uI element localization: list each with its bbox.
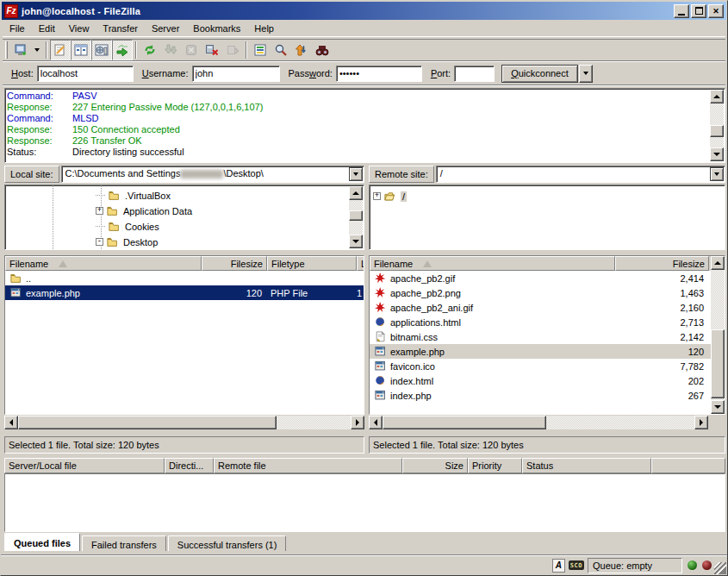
queue-column-remote-file[interactable]: Remote file <box>214 458 402 473</box>
password-input[interactable] <box>336 66 422 82</box>
menu-server[interactable]: Server <box>145 22 186 35</box>
find-files-button[interactable] <box>312 40 333 60</box>
scroll-thumb[interactable] <box>383 416 546 429</box>
column-header-filetype[interactable]: Filetype <box>267 256 357 271</box>
scroll-thumb[interactable] <box>349 210 363 221</box>
datatype-ascii-icon[interactable]: A <box>552 559 565 573</box>
column-header-l[interactable]: L <box>357 256 364 271</box>
file-row-bitnami-css[interactable]: bitnami.css2,142 <box>370 329 725 344</box>
scroll-down-button[interactable] <box>710 147 724 161</box>
column-header-filesize[interactable]: Filesize <box>202 256 267 271</box>
toggle-local-tree-button[interactable] <box>71 40 91 60</box>
queue-column-directi-[interactable]: Directi... <box>165 458 214 473</box>
toggle-remote-tree-button[interactable] <box>91 40 112 60</box>
scroll-up-button[interactable] <box>710 90 724 103</box>
tree-item-desktop[interactable]: -Desktop <box>96 235 158 249</box>
tree-item-cookies[interactable]: Cookies <box>96 219 159 234</box>
local-tree: .VirtualBox+Application DataCookies-Desk… <box>4 185 364 250</box>
collapse-icon[interactable]: - <box>96 238 103 246</box>
site-manager-dropdown[interactable] <box>31 40 43 60</box>
tab-successful-transfers-1-[interactable]: Successful transfers (1) <box>168 535 287 551</box>
quickconnect-button[interactable]: Quickconnect <box>501 65 578 83</box>
minimize-button[interactable] <box>674 4 689 18</box>
queue-column-status[interactable]: Status <box>522 458 651 473</box>
sync-browsing-button[interactable] <box>291 40 312 60</box>
log-scrollbar[interactable] <box>709 90 724 161</box>
scroll-thumb[interactable] <box>18 416 277 429</box>
scroll-thumb[interactable] <box>711 329 725 398</box>
menu-transfer[interactable]: Transfer <box>96 22 145 35</box>
toggle-transfer-queue-button[interactable] <box>112 40 133 60</box>
tree-item-root[interactable]: +/ <box>373 189 407 203</box>
tab-queued-files[interactable]: Queued files <box>4 533 80 551</box>
tree-item-application-data[interactable]: +Application Data <box>96 203 192 218</box>
quickconnect-dropdown[interactable] <box>579 65 593 83</box>
cancel-operation-button[interactable] <box>181 40 202 60</box>
scroll-up-button[interactable] <box>349 186 363 200</box>
local-site-combo[interactable]: C:\Documents and Settings\Desktop\ <box>61 166 364 183</box>
menu-help[interactable]: Help <box>247 22 281 35</box>
file-row-apache-pb2-gif[interactable]: apache_pb2.gif2,414 <box>370 271 725 285</box>
file-row-favicon-ico[interactable]: favicon.ico7,782 <box>370 359 725 373</box>
menu-view[interactable]: View <box>62 22 96 35</box>
column-header-filesize[interactable]: Filesize <box>615 256 709 271</box>
filter-button[interactable] <box>250 40 271 60</box>
toggle-message-log-button[interactable] <box>50 40 71 60</box>
scroll-down-button[interactable] <box>349 235 363 248</box>
scroll-right-button[interactable] <box>351 416 364 429</box>
indicator-badge-icon[interactable]: SCO <box>569 560 584 570</box>
local-hscrollbar[interactable] <box>4 416 364 430</box>
file-row-index-html[interactable]: index.html202 <box>370 373 725 388</box>
compare-button[interactable] <box>271 40 291 60</box>
local-tree-scrollbar[interactable] <box>348 186 363 248</box>
remote-list-scrollbar[interactable] <box>710 256 725 414</box>
reconnect-button[interactable] <box>222 40 243 60</box>
local-site-dropdown[interactable] <box>349 167 363 181</box>
remote-site-combo[interactable]: / <box>436 166 725 183</box>
username-input[interactable] <box>192 66 280 82</box>
file-row-example-php[interactable]: example.php120 <box>370 344 725 359</box>
file-row--[interactable]: .. <box>5 271 364 285</box>
process-queue-button[interactable] <box>160 40 181 60</box>
refresh-button[interactable] <box>140 40 160 60</box>
toolbar-grip[interactable] <box>5 41 8 59</box>
queue-column-size[interactable]: Size <box>402 458 468 473</box>
scroll-left-button[interactable] <box>4 416 18 429</box>
site-manager-button[interactable] <box>10 40 31 60</box>
column-header-filename[interactable]: Filename <box>5 256 202 271</box>
file-size-cell: 2,713 <box>615 317 709 328</box>
column-header-filename[interactable]: Filename <box>370 256 615 271</box>
scroll-down-button[interactable] <box>711 400 725 414</box>
disconnect-button[interactable] <box>202 40 222 60</box>
tab-failed-transfers[interactable]: Failed transfers <box>82 535 166 551</box>
expand-icon[interactable]: + <box>96 207 103 215</box>
arrow-down-icon <box>352 240 359 243</box>
menu-file[interactable]: File <box>3 22 32 35</box>
local-site-path[interactable]: C:\Documents and Settings\Desktop\ <box>61 166 364 183</box>
menu-bookmarks[interactable]: Bookmarks <box>186 22 247 35</box>
host-input[interactable] <box>37 66 134 82</box>
file-row-apache-pb2-png[interactable]: apache_pb2.png1,463 <box>370 285 725 300</box>
queue-column-server-local-file[interactable]: Server/Local file <box>4 458 165 473</box>
port-input[interactable] <box>454 66 495 82</box>
maximize-button[interactable] <box>691 4 706 18</box>
remote-hscrollbar[interactable] <box>369 416 708 430</box>
file-row-example-php[interactable]: example.php120PHP File1 <box>5 285 364 300</box>
chevron-down-icon <box>34 48 40 52</box>
scroll-thumb[interactable] <box>710 125 724 137</box>
menu-edit[interactable]: Edit <box>32 22 62 35</box>
resize-grip[interactable] <box>714 562 726 574</box>
scroll-right-button[interactable] <box>694 416 708 429</box>
tree-item--virtualbox[interactable]: .VirtualBox <box>96 188 171 203</box>
file-row-apache-pb2-ani-gif[interactable]: apache_pb2_ani.gif2,160 <box>370 300 725 315</box>
scroll-up-button[interactable] <box>711 256 725 270</box>
remote-site-dropdown[interactable] <box>710 167 724 181</box>
file-row-index-php[interactable]: index.php267 <box>370 388 725 403</box>
scroll-left-button[interactable] <box>369 416 383 429</box>
remote-site-path[interactable]: / <box>436 166 725 183</box>
queue-column-priority[interactable]: Priority <box>468 458 522 473</box>
arrow-right-icon <box>700 419 703 426</box>
expand-icon[interactable]: + <box>373 192 381 200</box>
close-button[interactable]: ✕ <box>708 4 724 18</box>
file-row-applications-html[interactable]: applications.html2,713 <box>370 315 725 329</box>
